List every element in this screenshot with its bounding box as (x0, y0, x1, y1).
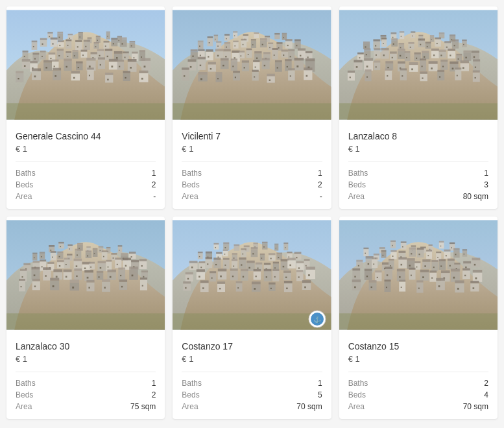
svg-rect-805 (186, 287, 187, 289)
svg-rect-474 (365, 69, 371, 71)
property-card-5[interactable]: ⚓ Costanzo 17€ 1Baths1Beds5Area70 sqm (173, 217, 331, 419)
svg-rect-44 (85, 46, 86, 47)
property-card-6[interactable]: Costanzo 15€ 1Baths2Beds4Area70 sqm (339, 217, 498, 419)
svg-rect-887 (462, 250, 466, 256)
svg-rect-936 (352, 268, 360, 271)
svg-rect-964 (453, 277, 455, 279)
svg-rect-652 (102, 282, 110, 292)
svg-rect-33 (58, 42, 64, 47)
svg-rect-670 (234, 244, 240, 246)
svg-rect-760 (290, 265, 292, 267)
svg-rect-546 (103, 256, 104, 257)
svg-rect-167 (214, 36, 218, 42)
svg-rect-594 (125, 265, 126, 267)
svg-rect-656 (119, 279, 127, 282)
svg-rect-880 (437, 257, 438, 258)
property-card-2[interactable]: Vicilenti 7€ 1Baths1Beds2Area- (173, 6, 331, 209)
svg-rect-494 (339, 103, 498, 119)
svg-rect-910 (409, 265, 410, 266)
stat-label-area: Area (182, 402, 198, 411)
svg-rect-903 (389, 259, 394, 261)
stat-label-beds: Beds (16, 180, 33, 189)
svg-rect-885 (453, 248, 459, 250)
svg-rect-127 (98, 57, 105, 59)
svg-rect-81 (81, 52, 88, 58)
svg-rect-931 (465, 267, 466, 268)
svg-rect-29 (42, 43, 43, 45)
svg-rect-460 (442, 65, 444, 67)
svg-rect-584 (98, 261, 106, 263)
svg-rect-346 (430, 35, 434, 36)
svg-rect-616 (74, 271, 82, 280)
svg-rect-472 (349, 77, 350, 78)
svg-rect-332 (380, 35, 386, 37)
svg-rect-68 (42, 56, 43, 57)
svg-rect-5 (57, 32, 63, 34)
svg-rect-452 (420, 60, 426, 71)
svg-rect-615 (66, 276, 67, 278)
property-card-3[interactable]: Lanzalaco 8€ 1Baths1Beds3Area80 sqm (339, 6, 498, 209)
svg-rect-733 (215, 264, 217, 265)
svg-rect-280 (222, 65, 224, 67)
svg-rect-522 (34, 257, 34, 258)
svg-rect-523 (40, 254, 45, 259)
svg-rect-163 (139, 71, 148, 73)
stat-row-beds: Beds5 (182, 390, 322, 399)
svg-rect-976 (370, 287, 372, 288)
svg-rect-295 (277, 67, 278, 68)
svg-rect-715 (278, 257, 280, 258)
svg-rect-420 (438, 50, 446, 52)
svg-rect-916 (424, 265, 426, 267)
svg-rect-262 (290, 56, 291, 57)
svg-rect-285 (242, 60, 249, 62)
svg-rect-543 (94, 253, 95, 254)
svg-rect-921 (438, 259, 446, 261)
svg-rect-701 (241, 250, 247, 257)
svg-rect-492 (472, 70, 479, 72)
svg-rect-520 (32, 254, 37, 261)
svg-rect-451 (411, 68, 413, 70)
svg-rect-498 (50, 250, 51, 251)
svg-rect-554 (129, 252, 136, 254)
svg-rect-575 (74, 259, 82, 261)
svg-rect-436 (355, 66, 357, 68)
svg-rect-423 (448, 49, 455, 51)
svg-rect-712 (270, 258, 272, 259)
svg-rect-391 (359, 57, 360, 58)
svg-rect-620 (84, 270, 93, 272)
stat-value-area: 70 sqm (463, 402, 488, 411)
svg-rect-637 (19, 281, 25, 291)
svg-rect-210 (260, 38, 267, 40)
svg-rect-254 (272, 50, 278, 60)
svg-rect-335 (392, 37, 393, 38)
svg-rect-159 (123, 73, 130, 81)
svg-rect-956 (429, 272, 437, 281)
property-card-4[interactable]: Lanzalaco 30€ 1Baths1Beds2Area75 sqm (6, 217, 165, 419)
stat-label-baths: Baths (16, 379, 36, 388)
svg-rect-283 (233, 65, 234, 67)
svg-rect-544 (102, 252, 108, 260)
svg-rect-501 (60, 246, 61, 247)
svg-rect-172 (226, 38, 227, 40)
property-price: € 1 (348, 144, 488, 154)
svg-rect-585 (100, 267, 101, 268)
svg-rect-231 (206, 49, 214, 51)
svg-rect-476 (385, 71, 392, 80)
svg-rect-572 (64, 258, 70, 260)
svg-rect-730 (208, 263, 209, 265)
svg-rect-170 (224, 36, 230, 41)
svg-rect-802 (308, 274, 310, 276)
property-card-1[interactable]: Generale Cascino 44€ 1Baths1Beds2Area- (6, 6, 165, 209)
svg-rect-739 (234, 266, 235, 267)
svg-rect-728 (206, 259, 213, 268)
svg-rect-628 (118, 270, 125, 280)
stat-label-beds: Beds (182, 390, 199, 399)
svg-rect-398 (381, 51, 389, 59)
svg-rect-942 (375, 270, 381, 272)
svg-rect-808 (202, 287, 204, 289)
svg-rect-314 (233, 73, 240, 80)
svg-rect-46 (94, 42, 99, 43)
svg-rect-328 (306, 75, 308, 77)
svg-rect-73 (57, 49, 64, 51)
svg-rect-282 (231, 58, 237, 60)
